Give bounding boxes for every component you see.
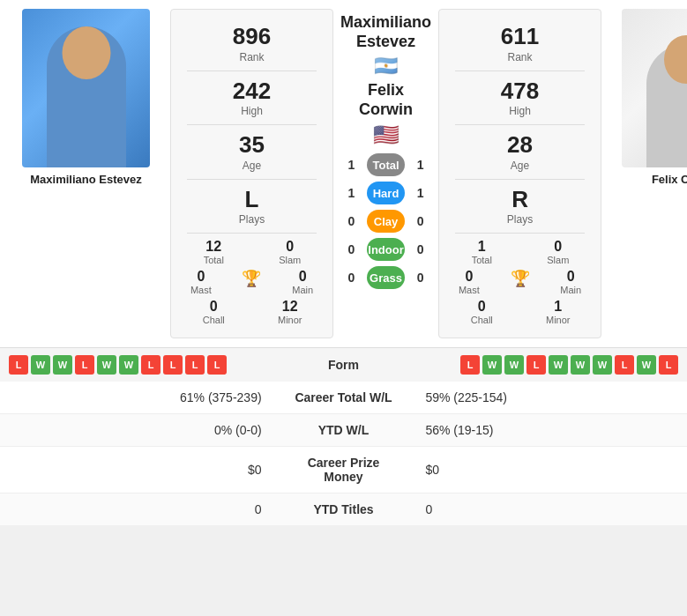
left-mast-value: 0 bbox=[179, 269, 223, 285]
right-rank-label: Rank bbox=[439, 51, 601, 63]
right-main-label: Main bbox=[549, 285, 593, 295]
player-left-name: Maximiliano Estevez bbox=[30, 173, 141, 186]
surface-grass-btn[interactable]: Grass bbox=[367, 266, 405, 289]
form-badge-right: L bbox=[526, 355, 546, 375]
player-right-block: Felix Corwin bbox=[604, 9, 687, 338]
stats-left-val: 61% (375-239) bbox=[0, 382, 275, 414]
right-total-value: 1 bbox=[459, 239, 504, 255]
left-chall-label: Chall bbox=[191, 315, 235, 325]
form-row: LWWLWWLLLL Form LWWLWWWLWL bbox=[9, 355, 678, 375]
trophy-icon-right: 🏆 bbox=[498, 269, 542, 288]
left-main-label: Main bbox=[280, 285, 325, 295]
stats-right-val: $0 bbox=[412, 447, 687, 494]
stats-center-label: Career Prize Money bbox=[275, 447, 413, 494]
stat-divider bbox=[187, 71, 316, 71]
surface-indoor-btn[interactable]: Indoor bbox=[367, 238, 405, 261]
left-mast-label: Mast bbox=[179, 285, 223, 295]
right-minor-value: 1 bbox=[536, 299, 580, 315]
right-trophy: 🏆 bbox=[498, 269, 542, 295]
right-main-mini: 0 Main bbox=[549, 269, 593, 295]
right-rank-block: 611 Rank bbox=[439, 19, 601, 69]
surface-clay-btn[interactable]: Clay bbox=[367, 210, 405, 233]
form-badge-right: W bbox=[482, 355, 502, 375]
form-section: LWWLWWLLLL Form LWWLWWWLWL bbox=[0, 347, 687, 382]
player-right-name: Felix Corwin bbox=[652, 173, 687, 186]
left-age-value: 35 bbox=[171, 132, 332, 158]
player-right-flag: 🇺🇸 bbox=[373, 122, 400, 147]
surface-clay-row: 0 Clay 0 bbox=[340, 210, 431, 233]
stats-center-label: Career Total W/L bbox=[275, 382, 413, 414]
stat-divider-r1 bbox=[455, 71, 584, 71]
form-badge-left: W bbox=[31, 355, 50, 375]
left-high-label: High bbox=[171, 105, 332, 117]
stats-right-val: 56% (19-15) bbox=[412, 414, 687, 447]
right-plays-block: R Plays bbox=[439, 182, 601, 232]
left-chall-value: 0 bbox=[191, 299, 235, 315]
form-badge-left: W bbox=[97, 355, 116, 375]
left-plays-value: L bbox=[171, 187, 332, 212]
right-minor-mini: 1 Minor bbox=[536, 299, 580, 325]
right-chall-value: 0 bbox=[459, 299, 504, 315]
stats-row: 0% (0-0)YTD W/L56% (19-15) bbox=[0, 414, 687, 447]
left-minor-mini: 12 Minor bbox=[268, 299, 312, 325]
left-high-block: 242 High bbox=[171, 73, 332, 123]
stats-table: 61% (375-239)Career Total W/L59% (225-15… bbox=[0, 382, 687, 525]
right-minor-label: Minor bbox=[536, 315, 580, 325]
form-label: Form bbox=[232, 358, 455, 372]
form-badge-right: L bbox=[615, 355, 634, 375]
right-chall-mini: 0 Chall bbox=[459, 299, 504, 325]
form-badge-right: W bbox=[504, 355, 524, 375]
player-left-photo bbox=[22, 9, 150, 167]
left-plays-block: L Plays bbox=[171, 182, 332, 232]
stats-row: $0Career Prize Money$0 bbox=[0, 447, 687, 494]
right-high-block: 478 High bbox=[439, 73, 601, 123]
right-age-label: Age bbox=[439, 160, 601, 172]
left-trophy: 🏆 bbox=[229, 269, 273, 295]
right-rank-value: 611 bbox=[439, 24, 601, 49]
left-rank-block: 896 Rank bbox=[171, 19, 332, 69]
stats-left-val: 0 bbox=[0, 494, 275, 526]
stats-row: 61% (375-239)Career Total W/L59% (225-15… bbox=[0, 382, 687, 414]
hard-score-right: 1 bbox=[409, 186, 431, 200]
left-minor-label: Minor bbox=[268, 315, 312, 325]
right-plays-value: R bbox=[439, 187, 601, 212]
form-badge-left: L bbox=[9, 355, 28, 375]
left-total-label: Total bbox=[191, 255, 235, 265]
left-main-mini: 0 Main bbox=[280, 269, 325, 295]
left-total-mini: 12 Total bbox=[191, 239, 235, 265]
left-slam-label: Slam bbox=[268, 255, 312, 265]
right-high-value: 478 bbox=[439, 78, 601, 104]
right-plays-label: Plays bbox=[439, 213, 601, 226]
form-badge-left: L bbox=[207, 355, 227, 375]
left-age-block: 35 Age bbox=[171, 127, 332, 177]
hard-score-left: 1 bbox=[340, 186, 362, 200]
surface-total-row: 1 Total 1 bbox=[340, 153, 431, 176]
right-mast-label: Mast bbox=[447, 285, 491, 295]
right-age-block: 28 Age bbox=[439, 127, 601, 177]
player-right-photo bbox=[622, 9, 687, 167]
stats-right-val: 59% (225-154) bbox=[412, 382, 687, 414]
surface-hard-row: 1 Hard 1 bbox=[340, 182, 431, 204]
stat-divider-3 bbox=[187, 179, 316, 180]
left-main-value: 0 bbox=[280, 269, 325, 285]
stats-left-val: 0% (0-0) bbox=[0, 414, 275, 447]
surface-total-btn[interactable]: Total bbox=[367, 153, 405, 176]
match-header: Maximiliano Estevez 896 Rank 242 High 35… bbox=[0, 0, 687, 347]
left-mast-mini: 0 Mast bbox=[179, 269, 223, 295]
clay-score-left: 0 bbox=[340, 214, 362, 228]
stat-divider-r4 bbox=[455, 233, 584, 234]
total-score-right: 1 bbox=[409, 158, 431, 172]
form-badge-right: L bbox=[460, 355, 480, 375]
right-slam-value: 0 bbox=[536, 239, 580, 255]
indoor-score-right: 0 bbox=[409, 242, 431, 256]
form-badge-left: W bbox=[119, 355, 138, 375]
right-slam-label: Slam bbox=[536, 255, 580, 265]
form-badge-left: L bbox=[141, 355, 161, 375]
left-total-value: 12 bbox=[191, 239, 235, 255]
left-plays-label: Plays bbox=[171, 213, 332, 226]
left-slam-mini: 0 Slam bbox=[268, 239, 312, 265]
surface-grass-row: 0 Grass 0 bbox=[340, 266, 431, 289]
surface-hard-btn[interactable]: Hard bbox=[367, 182, 405, 204]
stats-row: 0YTD Titles0 bbox=[0, 494, 687, 526]
right-total-mini: 1 Total bbox=[459, 239, 504, 265]
